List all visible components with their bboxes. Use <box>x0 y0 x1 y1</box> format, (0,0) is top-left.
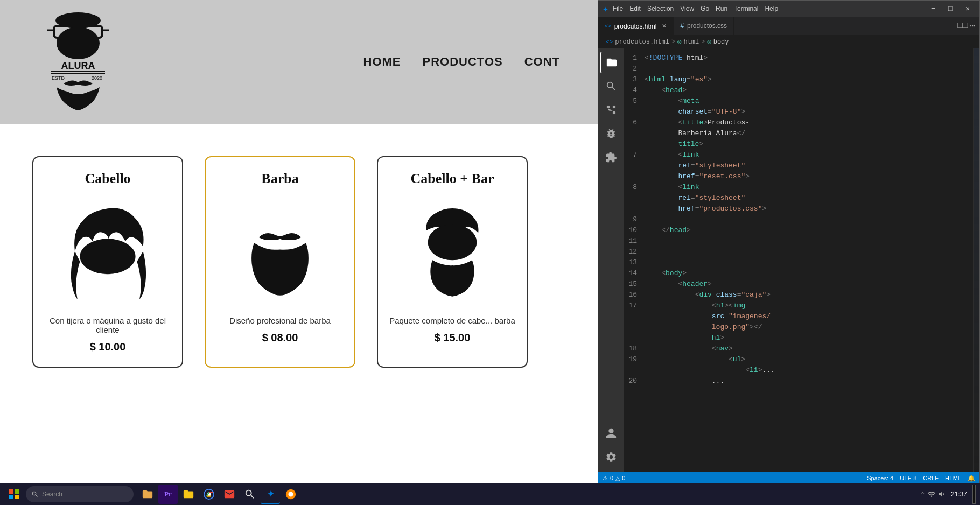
show-desktop[interactable] <box>972 485 976 504</box>
bc-html-icon: ◎ <box>677 38 681 46</box>
activity-files[interactable] <box>600 52 622 73</box>
maximize-button[interactable]: □ <box>943 3 958 15</box>
minimize-button[interactable]: − <box>926 3 941 15</box>
nav-home[interactable]: HOME <box>363 55 401 69</box>
bc-file[interactable]: prodcutos.html <box>615 38 669 46</box>
bc-code-icon: <> <box>606 39 613 45</box>
code-line-7b: rel="stylesheet" <box>624 160 973 171</box>
tab-html-close[interactable]: ✕ <box>662 23 667 30</box>
svg-point-14 <box>607 106 610 109</box>
tab-css-icon: # <box>680 22 684 30</box>
taskbar-app-mail[interactable] <box>220 485 239 504</box>
vscode-titlebar: ✦ File Edit Selection View Go Run Termin… <box>598 1 979 17</box>
beard-icon <box>237 198 323 305</box>
card-desc-cabello: Con tijera o máquina a gusto del cliente <box>44 316 171 334</box>
code-line-5b: charset="UTF-8"> <box>624 107 973 117</box>
minimap <box>973 48 979 472</box>
titlebar-controls: − □ ✕ <box>926 3 975 15</box>
status-eol[interactable]: CRLF <box>923 475 939 482</box>
status-spaces[interactable]: Spaces: 4 <box>867 475 893 482</box>
svg-text:ESTD: ESTD <box>52 75 65 81</box>
code-editor[interactable]: 1 <!DOCTYPE html> 2 3 <html lang="es"> 4… <box>624 48 973 472</box>
volume-icon <box>938 490 947 499</box>
status-bar: ⚠ 0 △ 0 Spaces: 4 UTF-8 CRLF HTML 🔔 <box>598 472 979 484</box>
vscode-logo-icon: ✦ <box>603 3 608 15</box>
menu-selection[interactable]: Selection <box>647 5 674 12</box>
taskbar-clock[interactable]: 21:37 <box>951 490 967 499</box>
tab-html-label: prodcutos.html <box>614 23 657 30</box>
card-price-barba: $ 08.00 <box>262 332 298 344</box>
activity-debug[interactable] <box>600 123 622 144</box>
split-editor-icon[interactable]: □□ <box>957 21 968 31</box>
bc-html[interactable]: html <box>683 38 699 46</box>
tab-css-label: productos.css <box>687 22 727 30</box>
nav-contacto[interactable]: CONT <box>524 55 560 69</box>
taskbar-sys-icons: ⇧ <box>920 490 947 499</box>
code-line-10: 10 </head> <box>624 225 973 236</box>
menu-help[interactable]: Help <box>765 5 778 12</box>
code-line-8: 8 <link <box>624 182 973 193</box>
status-right: Spaces: 4 UTF-8 CRLF HTML 🔔 <box>867 475 975 482</box>
code-line-9: 9 <box>624 214 973 225</box>
taskbar-app-folder[interactable] <box>179 485 198 504</box>
warning-count: 0 <box>622 475 625 481</box>
taskbar-app-premiere[interactable]: Pr <box>158 485 178 504</box>
status-bell-icon[interactable]: 🔔 <box>968 475 975 482</box>
menu-view[interactable]: View <box>680 5 694 12</box>
activity-source-control[interactable] <box>600 99 622 121</box>
activity-search[interactable] <box>600 75 622 97</box>
product-card-cabello: Cabello Con tijera o máquina a gusto del… <box>32 156 183 368</box>
status-encoding[interactable]: UTF-8 <box>900 475 916 482</box>
taskbar-up-icon[interactable]: ⇧ <box>920 491 925 498</box>
nav-productos[interactable]: PRODUCTOS <box>423 55 503 69</box>
taskbar-app-search[interactable] <box>240 485 260 504</box>
error-count: 0 <box>610 475 613 481</box>
vscode-window: ✦ File Edit Selection View Go Run Termin… <box>598 0 980 485</box>
svg-point-6 <box>57 27 100 59</box>
taskbar-app-chrome[interactable] <box>199 485 219 504</box>
svg-point-15 <box>613 111 616 115</box>
svg-rect-20 <box>15 495 19 499</box>
start-button[interactable] <box>4 485 24 504</box>
code-line-1: 1 <!DOCTYPE html> <box>624 53 973 64</box>
code-line-7c: href="reset.css"> <box>624 171 973 182</box>
status-errors[interactable]: ⚠ 0 △ 0 <box>603 475 625 482</box>
activity-extensions[interactable] <box>600 146 622 168</box>
status-language[interactable]: HTML <box>945 475 961 482</box>
menu-file[interactable]: File <box>613 5 623 12</box>
menu-terminal[interactable]: Terminal <box>734 5 758 12</box>
editor-tabs: <> prodcutos.html ✕ # productos.css □□ ⋯ <box>598 17 979 36</box>
tab-html[interactable]: <> prodcutos.html ✕ <box>598 17 674 36</box>
breadcrumb: <> prodcutos.html > ◎ html > ◎ body <box>598 36 979 48</box>
tab-css[interactable]: # productos.css <box>674 17 734 36</box>
close-button[interactable]: ✕ <box>960 3 975 15</box>
taskbar-app-file[interactable] <box>138 485 157 504</box>
code-line-7: 7 <link <box>624 150 973 160</box>
network-icon <box>927 490 936 499</box>
taskbar-app-vscode[interactable]: ✦ <box>261 485 280 504</box>
code-line-4: 4 <head> <box>624 85 973 96</box>
svg-rect-18 <box>15 489 19 494</box>
taskbar-search[interactable]: Search <box>26 486 134 502</box>
site-header: ALURA ESTD 2020 HOME PRODUCTOS CONT <box>0 0 603 124</box>
activity-settings[interactable] <box>600 446 622 468</box>
svg-rect-17 <box>9 489 13 494</box>
menu-run[interactable]: Run <box>716 5 727 12</box>
bc-body[interactable]: body <box>713 38 729 46</box>
taskbar: Search Pr ✦ ⇧ <box>0 483 980 505</box>
titlebar-left: ✦ File Edit Selection View Go Run Termin… <box>603 3 778 15</box>
code-line-6b: Barbería Alura</ <box>624 128 973 139</box>
more-actions-icon[interactable]: ⋯ <box>970 20 975 31</box>
taskbar-app-browser2[interactable] <box>281 485 300 504</box>
menu-edit[interactable]: Edit <box>629 5 641 12</box>
svg-point-12 <box>80 239 135 275</box>
activity-account[interactable] <box>600 423 622 444</box>
code-line-20: 20 ... <box>624 376 973 387</box>
code-line-5: 5 <meta <box>624 96 973 107</box>
svg-rect-19 <box>9 495 13 499</box>
logo-icon: ALURA ESTD 2020 <box>43 11 113 113</box>
activity-bar <box>598 48 624 472</box>
menu-go[interactable]: Go <box>701 5 709 12</box>
taskbar-apps: Pr ✦ <box>138 485 300 504</box>
warning-icon: △ <box>615 475 620 482</box>
